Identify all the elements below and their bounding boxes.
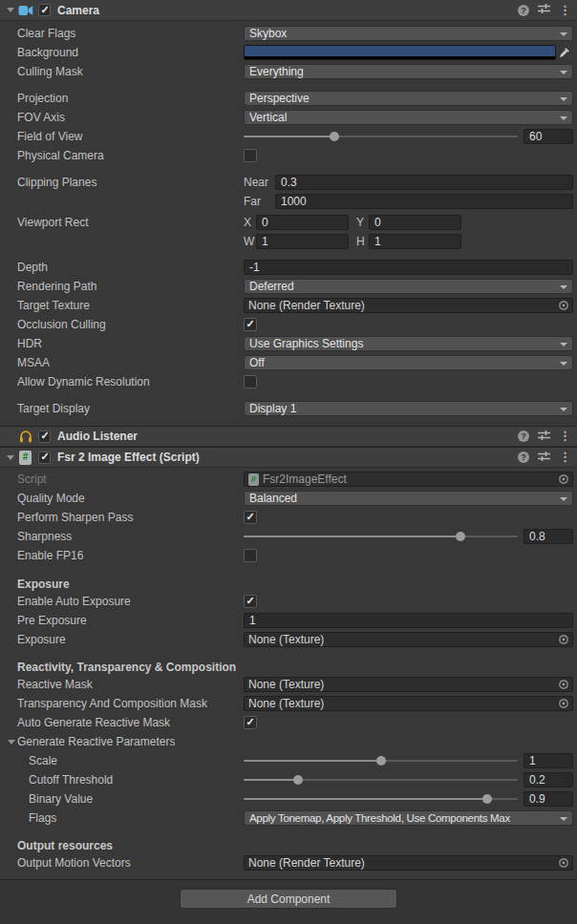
object-picker-icon[interactable]: [557, 679, 570, 690]
near-field[interactable]: 0.3: [275, 175, 573, 190]
culling-mask-dropdown[interactable]: Everything: [244, 64, 573, 79]
object-picker-icon[interactable]: [557, 634, 570, 645]
field-of-view-slider[interactable]: [244, 129, 518, 144]
allow-dynamic-resolution-checkbox[interactable]: [244, 375, 257, 388]
occlusion-culling-checkbox[interactable]: [244, 318, 257, 331]
clipping-planes-far-row: Far 1000: [0, 192, 577, 211]
rendering-path-dropdown[interactable]: Deferred: [244, 279, 573, 294]
output-motion-vectors-object-field[interactable]: None (Render Texture): [244, 855, 573, 871]
transparency-mask-object-field[interactable]: None (Texture): [244, 696, 573, 711]
fsr2-component-title: Fsr 2 Image Effect (Script): [57, 451, 200, 464]
exposure-object-field[interactable]: None (Texture): [244, 632, 573, 647]
target-display-dropdown[interactable]: Display 1: [244, 401, 573, 416]
clear-flags-dropdown[interactable]: Skybox: [244, 26, 573, 41]
hdr-dropdown[interactable]: Use Graphics Settings: [244, 336, 573, 351]
field-of-view-value[interactable]: 60: [524, 129, 573, 144]
csharp-script-icon: #: [17, 451, 33, 465]
help-icon[interactable]: ?: [518, 452, 529, 463]
scale-slider[interactable]: [244, 753, 518, 768]
projection-label: Projection: [17, 92, 244, 105]
scale-value[interactable]: 1: [524, 753, 573, 768]
physical-camera-checkbox[interactable]: [244, 149, 257, 162]
fsr2-foldout-arrow[interactable]: [4, 455, 17, 460]
camera-component-header[interactable]: Camera ? ⋮: [0, 0, 577, 21]
cutoff-threshold-value[interactable]: 0.2: [524, 772, 573, 788]
reactive-mask-object-field[interactable]: None (Texture): [244, 677, 573, 692]
viewport-x-field[interactable]: 0: [256, 215, 349, 230]
quality-mode-dropdown[interactable]: Balanced: [244, 491, 573, 506]
presets-icon[interactable]: [538, 430, 550, 444]
generate-reactive-parameters-row[interactable]: Generate Reactive Parameters: [0, 732, 577, 751]
rendering-path-label: Rendering Path: [17, 280, 244, 293]
slider-thumb[interactable]: [376, 756, 386, 766]
object-picker-icon[interactable]: [557, 473, 570, 485]
transparency-mask-row: Transparency And Composition Mask None (…: [0, 694, 577, 713]
target-display-label: Target Display: [17, 402, 244, 415]
cutoff-threshold-slider[interactable]: [244, 772, 518, 788]
sharpness-slider[interactable]: [244, 529, 518, 544]
background-row: Background: [0, 43, 577, 62]
exposure-section-header: Exposure: [0, 576, 577, 592]
chevron-down-icon: [560, 343, 567, 346]
chevron-down-icon: [560, 116, 567, 120]
help-icon[interactable]: ?: [518, 5, 529, 16]
background-color-swatch[interactable]: [245, 46, 555, 56]
enable-auto-exposure-label: Enable Auto Exposure: [17, 595, 244, 608]
perform-sharpen-pass-checkbox[interactable]: [244, 511, 257, 524]
flags-dropdown[interactable]: Apply Tonemap, Apply Threshold, Use Comp…: [244, 810, 573, 826]
output-resources-section-header: Output resources: [0, 838, 577, 853]
script-row: Script # Fsr2ImageEffect: [0, 470, 577, 489]
sharpness-row: Sharpness 0.8: [0, 527, 577, 546]
viewport-h-field[interactable]: 1: [369, 234, 461, 249]
slider-thumb[interactable]: [456, 532, 465, 541]
audio-listener-component-header[interactable]: Audio Listener ? ⋮: [0, 426, 577, 447]
depth-field[interactable]: -1: [244, 260, 573, 275]
binary-value-slider[interactable]: [244, 791, 518, 807]
enable-auto-exposure-checkbox[interactable]: [244, 595, 257, 608]
slider-thumb[interactable]: [482, 794, 492, 804]
object-picker-icon[interactable]: [557, 857, 570, 869]
projection-row: Projection Perspective: [0, 89, 577, 108]
viewport-h-label: H: [356, 235, 369, 248]
sharpness-value[interactable]: 0.8: [524, 529, 573, 544]
kebab-menu-icon[interactable]: ⋮: [559, 452, 571, 463]
kebab-menu-icon[interactable]: ⋮: [559, 430, 571, 442]
fsr2-component-header[interactable]: # Fsr 2 Image Effect (Script) ? ⋮: [0, 447, 577, 468]
projection-dropdown[interactable]: Perspective: [244, 91, 573, 106]
auto-generate-reactive-mask-checkbox[interactable]: [244, 716, 257, 729]
pre-exposure-field[interactable]: 1: [244, 613, 573, 628]
help-icon[interactable]: ?: [518, 430, 529, 442]
background-label: Background: [17, 46, 244, 59]
far-field[interactable]: 1000: [275, 194, 573, 209]
msaa-dropdown[interactable]: Off: [244, 355, 573, 370]
foldout-arrow[interactable]: [6, 740, 17, 745]
slider-thumb[interactable]: [330, 132, 339, 141]
rendering-path-row: Rendering Path Deferred: [0, 277, 577, 296]
presets-icon[interactable]: [538, 451, 550, 465]
binary-value-value[interactable]: 0.9: [524, 791, 573, 807]
object-picker-icon[interactable]: [557, 300, 570, 311]
flags-row: Flags Apply Tonemap, Apply Threshold, Us…: [0, 808, 577, 828]
presets-icon[interactable]: [538, 3, 550, 17]
viewport-y-field[interactable]: 0: [369, 215, 461, 230]
script-label: Script: [17, 472, 244, 486]
object-picker-icon[interactable]: [557, 698, 570, 709]
camera-foldout-arrow[interactable]: [4, 8, 17, 12]
exposure-label: Exposure: [17, 633, 244, 646]
kebab-menu-icon[interactable]: ⋮: [559, 5, 571, 16]
inspector-footer: Add Component: [0, 879, 577, 924]
field-of-view-label: Field of View: [17, 130, 244, 143]
fsr2-enabled-checkbox[interactable]: [38, 452, 51, 464]
eyedropper-icon[interactable]: [556, 47, 573, 58]
audio-listener-enabled-checkbox[interactable]: [38, 430, 51, 443]
enable-fp16-checkbox[interactable]: [244, 549, 257, 562]
clear-flags-label: Clear Flags: [17, 27, 244, 40]
target-texture-label: Target Texture: [17, 299, 244, 312]
fov-axis-dropdown[interactable]: Vertical: [244, 110, 573, 125]
viewport-w-field[interactable]: 1: [256, 234, 349, 249]
target-texture-object-field[interactable]: None (Render Texture): [244, 298, 573, 313]
camera-enabled-checkbox[interactable]: [38, 4, 51, 16]
add-component-button[interactable]: Add Component: [180, 889, 397, 909]
background-color-field[interactable]: [244, 45, 556, 60]
slider-thumb[interactable]: [293, 775, 303, 785]
